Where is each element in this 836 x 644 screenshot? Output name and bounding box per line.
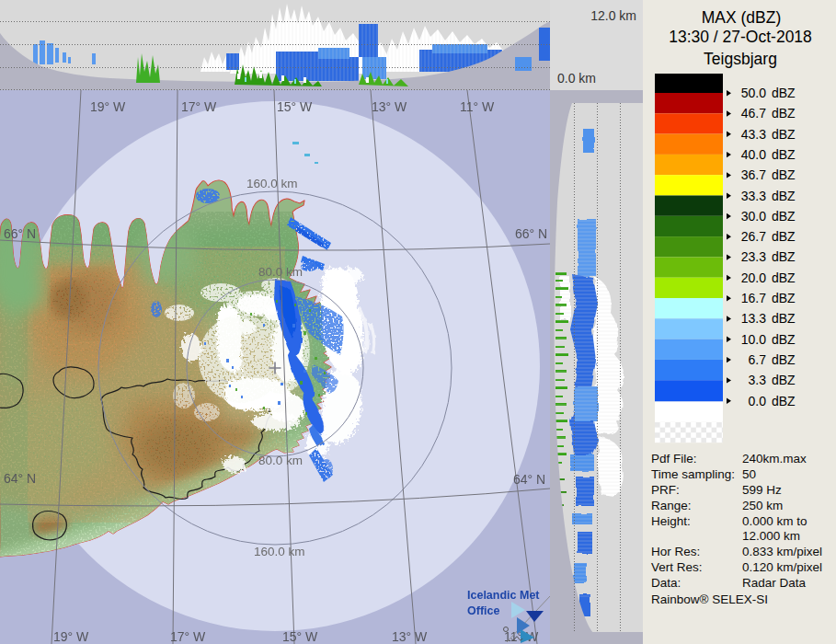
svg-text:80.0 km: 80.0 km [258,265,303,279]
svg-text:250 km: 250 km [742,499,783,512]
svg-text:dBZ: dBZ [772,332,796,347]
svg-text:33.3: 33.3 [741,189,766,203]
svg-text:Radar Data: Radar Data [742,576,807,590]
svg-text:15° W: 15° W [277,99,313,114]
svg-text:66° N: 66° N [515,226,547,241]
svg-text:40.0: 40.0 [741,147,766,162]
svg-text:Vert Res:: Vert Res: [651,560,703,574]
svg-text:dBZ: dBZ [772,147,796,162]
svg-text:13:30 / 27-Oct-2018: 13:30 / 27-Oct-2018 [669,28,812,46]
svg-text:dBZ: dBZ [772,167,796,182]
svg-text:10.0: 10.0 [741,332,766,347]
svg-text:160.0 km: 160.0 km [254,545,305,558]
svg-text:dBZ: dBZ [772,394,796,408]
svg-text:dBZ: dBZ [772,311,796,326]
svg-text:0.833 km/pixel: 0.833 km/pixel [742,545,822,558]
svg-text:Hor Res:: Hor Res: [651,545,700,558]
svg-text:0.0 km: 0.0 km [557,71,596,86]
svg-text:PRF:: PRF: [651,483,680,497]
svg-text:36.7: 36.7 [741,167,766,182]
svg-text:6.7: 6.7 [749,352,767,367]
svg-text:Rainbow® SELEX-SI: Rainbow® SELEX-SI [651,592,768,606]
svg-text:20.0: 20.0 [741,270,766,285]
svg-text:dBZ: dBZ [772,229,796,244]
svg-text:Time sampling:: Time sampling: [651,467,735,481]
svg-text:dBZ: dBZ [772,270,796,285]
svg-text:599 Hz: 599 Hz [742,483,782,497]
svg-text:0.0: 0.0 [749,394,767,408]
svg-text:Pdf File:: Pdf File: [651,452,697,466]
svg-text:15° W: 15° W [282,629,318,644]
svg-text:19° W: 19° W [53,629,89,644]
svg-text:dBZ: dBZ [772,189,796,203]
svg-text:dBZ: dBZ [772,249,796,264]
svg-text:dBZ: dBZ [772,352,796,367]
svg-text:Office: Office [467,604,499,617]
svg-text:dBZ: dBZ [772,291,796,305]
svg-text:3.3: 3.3 [749,373,767,387]
svg-text:Icelandic Met: Icelandic Met [467,589,540,602]
svg-text:13.3: 13.3 [741,311,766,326]
svg-text:Range:: Range: [651,499,692,512]
svg-text:Height:: Height: [651,514,691,528]
svg-text:17° W: 17° W [181,99,217,114]
svg-text:dBZ: dBZ [772,373,796,387]
svg-text:23.3: 23.3 [741,249,766,264]
svg-text:80.0 km: 80.0 km [258,454,303,467]
svg-text:46.7: 46.7 [741,106,766,121]
svg-text:Teigsbjarg: Teigsbjarg [704,50,777,68]
svg-text:19° W: 19° W [90,99,126,114]
svg-text:64° N: 64° N [4,471,36,486]
svg-text:dBZ: dBZ [772,127,796,142]
svg-text:13° W: 13° W [372,99,407,114]
svg-text:160.0 km: 160.0 km [246,177,298,190]
svg-text:0.120 km/pixel: 0.120 km/pixel [742,560,822,574]
svg-text:64° N: 64° N [513,472,545,487]
svg-text:MAX (dBZ): MAX (dBZ) [702,8,782,27]
svg-text:30.0: 30.0 [741,209,766,224]
svg-text:50.0: 50.0 [741,86,766,100]
svg-text:240km.max: 240km.max [742,452,807,466]
svg-text:0.000 km to: 0.000 km to [742,514,807,528]
svg-text:dBZ: dBZ [772,86,796,100]
svg-text:50: 50 [742,467,756,481]
svg-text:dBZ: dBZ [772,209,796,224]
svg-text:66° N: 66° N [4,226,36,241]
svg-text:26.7: 26.7 [741,229,766,244]
svg-text:43.3: 43.3 [741,127,766,142]
svg-text:11° W: 11° W [460,99,495,114]
svg-text:13° W: 13° W [392,629,428,644]
svg-text:12.0 km: 12.0 km [590,8,636,23]
svg-text:12.000 km: 12.000 km [742,529,800,543]
svg-text:dBZ: dBZ [772,106,796,121]
svg-text:16.7: 16.7 [741,291,766,305]
svg-text:17° W: 17° W [170,629,206,644]
svg-text:Data:: Data: [651,576,681,590]
